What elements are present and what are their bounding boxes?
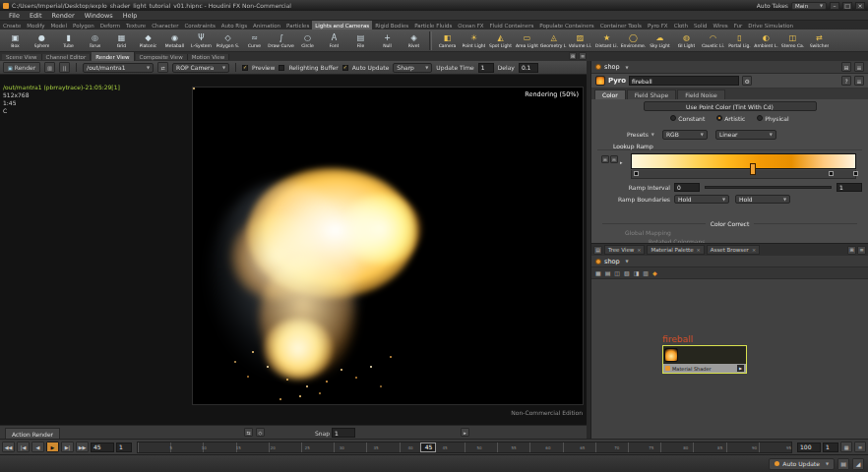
playback-options-icon[interactable]: ▦ [840, 442, 852, 452]
step-field[interactable]: 1 [823, 442, 838, 452]
ramp-handle[interactable] [634, 171, 639, 176]
render-button[interactable]: ▣ Render [3, 62, 40, 73]
color-model-selector[interactable]: RGB ▼ [662, 130, 708, 140]
minimize-button[interactable]: – [830, 2, 839, 10]
shelf-tab[interactable]: Ocean FX [455, 23, 486, 29]
step-back-button[interactable]: ◀ [31, 442, 44, 452]
param-menu-icon[interactable]: ≡ [854, 76, 864, 86]
shelf-tool[interactable]: ☀ Point Light [461, 32, 487, 49]
auto-update-mode-button[interactable]: Auto Update ▼ [769, 458, 835, 470]
tab-material-palette[interactable]: Material Palette × [647, 245, 704, 255]
network-editor-icon[interactable]: ▤ [593, 246, 602, 255]
panel-icon[interactable]: ◨ [634, 269, 640, 276]
shelf-tool[interactable]: ◐ Ambient L. [753, 32, 779, 49]
shelf-tool[interactable]: ◭ Spot Light [487, 32, 514, 49]
param-pane-path[interactable]: shop [604, 63, 620, 71]
crosshair-icon[interactable]: ◇ [256, 428, 265, 437]
tab-tree-view[interactable]: Tree View × [604, 245, 645, 255]
shelf-tab[interactable]: Constraints [181, 23, 217, 29]
shelf-tool[interactable]: ☁ Sky Light [647, 32, 673, 49]
shelf-tool[interactable]: ◯ Environme. [620, 32, 647, 49]
ramp-interval-min-field[interactable]: 0 [674, 183, 700, 192]
pane-link-icon[interactable] [595, 259, 601, 265]
next-keyframe-button[interactable]: ▶| [61, 442, 74, 452]
radio-physical[interactable]: Physical [757, 114, 788, 122]
sharpness-selector[interactable]: Sharp ▼ [393, 63, 432, 73]
shelf-tool[interactable]: ≈ Curve [241, 32, 268, 49]
ramp-handle-selected[interactable] [750, 163, 756, 175]
node-body[interactable]: Material Shader ▶ [662, 345, 747, 374]
shelf-tab[interactable]: Auto Rigs [218, 23, 250, 29]
tab-field-shape[interactable]: Field Shape [627, 89, 677, 99]
frame-increment-field[interactable]: 1 [116, 442, 132, 452]
pane-menu-icon[interactable]: ≡ [857, 246, 866, 255]
shelf-tool[interactable]: ▣ Box [2, 32, 29, 49]
swap-icon[interactable]: ⇄ [157, 62, 168, 73]
columns-icon[interactable]: ◫ [614, 269, 620, 276]
shelf-tab[interactable]: Wires [710, 23, 730, 29]
current-frame-marker[interactable]: 45 [420, 442, 436, 452]
shelf-tab[interactable]: Fur [731, 23, 746, 29]
shelf-tool[interactable]: ∫ Draw Curve [268, 32, 294, 49]
shelf-tab[interactable]: Solid [691, 23, 710, 29]
pane-tab[interactable]: Composite View [136, 54, 188, 60]
pane-tab[interactable]: Scene View [2, 54, 42, 60]
shelf-tool[interactable]: ◆ Platonic [135, 32, 161, 49]
snapshot-play-icon[interactable]: ▸ [461, 428, 469, 437]
shelf-tool[interactable]: ▯ Portal Lig. [726, 32, 753, 49]
grid-toggle-icon[interactable]: ▦ [595, 269, 601, 276]
pane-tab[interactable]: Channel Editor [42, 54, 92, 60]
menu-item[interactable]: Windows [80, 12, 118, 20]
shelf-tab[interactable]: Populate Containers [536, 23, 596, 29]
shelf-tool[interactable]: ▨ Volume Li. [567, 32, 593, 49]
shelf-tool[interactable]: ◇ Polygon S. [215, 32, 241, 49]
shelf-tool[interactable]: ★ Distant Li. [593, 32, 620, 49]
shelf-tab[interactable]: Modify [24, 23, 47, 29]
shelf-tool[interactable]: ◧ Camera [434, 32, 461, 49]
preview-checkbox[interactable]: ✓ [242, 65, 248, 71]
current-frame-field[interactable]: 45 [91, 442, 114, 452]
close-button[interactable]: × [855, 2, 865, 10]
node-name-field[interactable]: fireball [629, 76, 739, 86]
boundary-left-selector[interactable]: Hold ▼ [674, 195, 729, 204]
fireball-material-node[interactable]: fireball Material Shader ▶ [662, 334, 747, 374]
close-icon[interactable]: × [697, 247, 701, 253]
render-viewport[interactable]: Rendering (50%) /out/mantra1 (pbrraytrac… [0, 75, 589, 425]
memory-icon[interactable]: ▤ [837, 458, 849, 470]
ramp-expand-icon[interactable]: ▸ [620, 159, 623, 165]
shelf-tab[interactable]: Animation [250, 23, 283, 29]
pane-tab-render-view[interactable]: Render View [92, 52, 134, 61]
resize-grip-icon[interactable]: ◢ [852, 458, 864, 470]
boundary-right-selector[interactable]: Hold ▼ [735, 195, 790, 204]
rop-path-selector[interactable]: /out/mantra1 ▼ [83, 63, 154, 73]
compare-icon[interactable]: ⇆ [244, 428, 253, 437]
pane-link-icon[interactable] [595, 64, 601, 70]
pane-split-icon[interactable]: ⊞ [569, 52, 577, 60]
shelf-tab[interactable]: Container Tools [597, 23, 645, 29]
radio-artistic[interactable]: Artistic [716, 114, 745, 122]
list-view-icon[interactable]: ▤ [605, 269, 611, 276]
shelf-tab[interactable]: Rigid Bodies [372, 23, 411, 29]
ramp-interval-slider[interactable] [705, 186, 832, 189]
menu-item[interactable]: Edit [25, 12, 47, 20]
go-to-end-button[interactable]: ▶▶ [76, 442, 89, 452]
pause-render-icon[interactable]: || [59, 62, 70, 73]
shelf-tool[interactable]: ● Sphere [29, 32, 55, 49]
ramp-remove-icon[interactable]: ⊟ [610, 155, 618, 163]
shelf-tab[interactable]: Polygon [70, 23, 97, 29]
shelf-tab[interactable]: Texture [123, 23, 149, 29]
pane-menu-icon[interactable]: ≡ [579, 52, 587, 60]
prev-keyframe-button[interactable]: |◀ [17, 442, 30, 452]
playbar-menu-icon[interactable]: ≡ [854, 442, 866, 452]
ramp-gradient[interactable] [631, 153, 856, 169]
render-region-icon[interactable]: ▥ [44, 62, 55, 73]
network-canvas[interactable]: fireball Material Shader ▶ [591, 279, 868, 439]
play-button[interactable]: ▶ [46, 442, 59, 452]
update-time-field[interactable]: 1 [478, 63, 494, 73]
menu-item[interactable]: File [4, 12, 25, 20]
color-correct-section[interactable]: Color Correct [597, 219, 862, 227]
shelf-tab[interactable]: Deform [97, 23, 123, 29]
use-point-color-button[interactable]: Use Point Color (Tint With Cd) [644, 101, 817, 111]
pane-pin-icon[interactable]: ⊞ [841, 62, 851, 72]
shelf-tab[interactable]: Create [0, 23, 24, 29]
